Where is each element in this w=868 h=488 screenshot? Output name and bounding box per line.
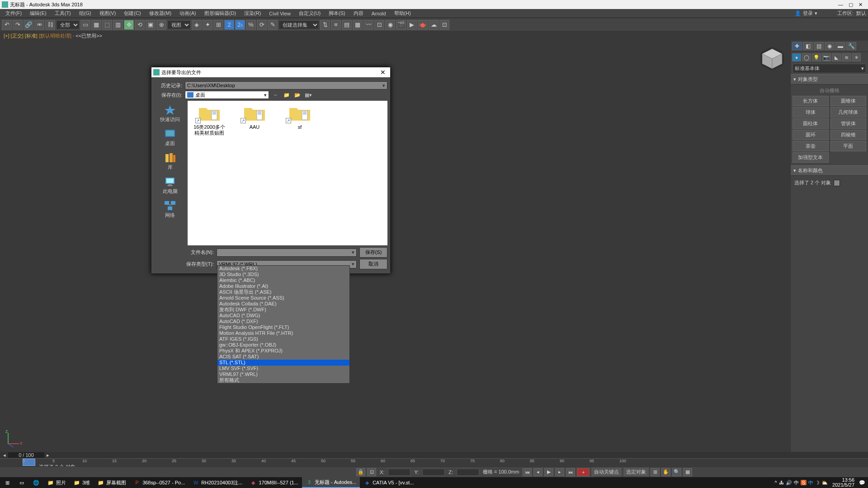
folder-item-1[interactable]: ↗ AAU: [236, 104, 273, 130]
tray-ime-icon[interactable]: 中: [794, 479, 799, 486]
filetype-option[interactable]: 所有格式: [217, 377, 349, 383]
bind-button[interactable]: ⛓: [45, 20, 55, 30]
filetype-option[interactable]: STL (*.STL): [217, 360, 349, 366]
viewmenu-button[interactable]: ▦▾: [304, 91, 312, 99]
filetype-option[interactable]: Motion Analysis HTR File (*.HTR): [217, 330, 349, 336]
back-button[interactable]: ←: [272, 91, 280, 99]
viewcube[interactable]: [759, 45, 786, 72]
task-item-3dsmax[interactable]: 3无标题 - Autodes...: [302, 477, 360, 488]
menu-content[interactable]: 内容: [350, 9, 367, 18]
plane-button[interactable]: 平面: [830, 141, 867, 151]
minimize-button[interactable]: —: [838, 2, 843, 8]
viewport[interactable]: zx: [0, 41, 790, 452]
manipulate-button[interactable]: ✦: [203, 20, 212, 30]
filetype-option[interactable]: 发布到 DWF (*.DWF): [217, 307, 349, 313]
filetype-option[interactable]: Autodesk (*.FBX): [217, 266, 349, 272]
viewport-nav-4[interactable]: ▦: [683, 468, 692, 476]
set-key-button[interactable]: +: [577, 468, 590, 476]
open-a360-button[interactable]: ⊡: [439, 20, 449, 30]
scale-button[interactable]: ▣: [146, 20, 156, 30]
folder-item-2[interactable]: ↗ sf: [282, 104, 318, 130]
cylinder-button[interactable]: 圆柱体: [793, 118, 829, 129]
link-button[interactable]: 🔗: [24, 20, 33, 30]
move-button[interactable]: ✥: [124, 20, 134, 30]
task-item-photos[interactable]: 📁照片: [43, 477, 70, 488]
ref-coord-system[interactable]: 视图: [167, 20, 191, 29]
menu-file[interactable]: 文件(F): [2, 9, 25, 18]
place-libraries[interactable]: 库: [155, 150, 185, 174]
placement-button[interactable]: ⊕: [156, 20, 166, 30]
filetype-option[interactable]: AutoCAD (*.DXF): [217, 319, 349, 324]
newfolder-button[interactable]: 📂: [293, 91, 302, 99]
z-input[interactable]: [457, 469, 479, 476]
viewport-label[interactable]: [+] [正交] [标准] [默认明暗处理] · <<已禁用>>: [0, 32, 868, 40]
place-thispc[interactable]: 此电脑: [155, 174, 185, 197]
tray-network-icon[interactable]: 🖧: [779, 480, 784, 485]
edit-named-sel-button[interactable]: ✎: [268, 20, 278, 30]
hierarchy-tab[interactable]: ▤: [814, 42, 824, 50]
menu-customize[interactable]: 自定义(U): [295, 9, 324, 18]
create-tab[interactable]: ✚: [792, 42, 802, 50]
filetype-option[interactable]: Autodesk Collada (*.DAE): [217, 301, 349, 307]
y-input[interactable]: [422, 469, 445, 476]
curve-editor-button[interactable]: 〰: [363, 20, 373, 30]
menu-create[interactable]: 创建(C): [120, 9, 144, 18]
render-frame-button[interactable]: ▶: [407, 20, 417, 30]
rollout-name-color[interactable]: ▾名称和颜色: [791, 165, 868, 176]
rect-select-button[interactable]: ⬚: [102, 20, 112, 30]
spinner-snap-button[interactable]: ⟳: [257, 20, 267, 30]
up-button[interactable]: 📁: [283, 91, 291, 99]
start-button[interactable]: ⊞: [0, 477, 14, 488]
menu-edit[interactable]: 编辑(E): [26, 9, 50, 18]
autogrid-checkbox[interactable]: 自动栅格: [793, 86, 866, 95]
task-item-screenshots[interactable]: 📁屏幕截图: [94, 477, 130, 488]
helpers-icon[interactable]: ◣: [832, 53, 841, 61]
render-online-button[interactable]: ☁: [429, 20, 439, 30]
menu-modifiers[interactable]: 修改器(M): [146, 9, 175, 18]
login-button[interactable]: 👤 登录 ▾: [795, 10, 817, 17]
folder-item-0[interactable]: ↗ 16类2000多个精美材质贴图: [191, 104, 227, 136]
rollout-object-type[interactable]: ▾对象类型: [791, 74, 868, 84]
goto-start-button[interactable]: ⏮: [523, 468, 532, 476]
teapot-button[interactable]: 茶壶: [793, 141, 829, 151]
x-input[interactable]: [388, 469, 410, 476]
filetype-option[interactable]: Flight Studio OpenFlight (*.FLT): [217, 324, 349, 330]
viewport-nav-1[interactable]: ⊞: [651, 468, 660, 476]
filetype-option[interactable]: gw::OBJ-Exporter (*.OBJ): [217, 342, 349, 348]
pivot-button[interactable]: ◈: [192, 20, 202, 30]
spacewarps-icon[interactable]: ≋: [842, 53, 851, 61]
geosphere-button[interactable]: 几何球体: [830, 107, 867, 117]
autokey-button[interactable]: 自动关键点: [591, 468, 622, 476]
named-sel-set[interactable]: 创建选择集: [278, 20, 319, 29]
task-item-catia1[interactable]: ◆170M8II--527 (1...: [246, 477, 302, 488]
geometry-icon[interactable]: ●: [792, 53, 801, 61]
keyboard-shortcut-button[interactable]: ⊞: [213, 20, 223, 30]
place-quickaccess[interactable]: 快速访问: [155, 102, 185, 126]
tray-notifications-icon[interactable]: 💬: [859, 480, 865, 486]
systems-icon[interactable]: ✳: [852, 53, 861, 61]
box-button[interactable]: 长方体: [793, 96, 829, 106]
tube-button[interactable]: 管状体: [830, 118, 867, 129]
play-button[interactable]: ▶: [544, 468, 553, 476]
select-button[interactable]: ▭: [80, 20, 90, 30]
rotate-button[interactable]: ⟲: [135, 20, 145, 30]
mirror-button[interactable]: ⇅: [320, 20, 330, 30]
file-list[interactable]: ↗ 16类2000多个精美材质贴图 ↗ AAU ↗ sf: [188, 101, 387, 245]
filetype-option[interactable]: ACIS SAT (*.SAT): [217, 354, 349, 360]
menu-help[interactable]: 帮助(H): [391, 9, 415, 18]
textplus-button[interactable]: 加强型文本: [793, 152, 829, 163]
filetype-option[interactable]: ATF IGES (*.IGS): [217, 336, 349, 342]
task-item-browser[interactable]: 🌐: [29, 477, 43, 488]
place-desktop[interactable]: 桌面: [155, 126, 185, 150]
angle-snap-button[interactable]: %: [246, 20, 256, 30]
unlink-button[interactable]: ⚮: [34, 20, 44, 30]
menu-arnold[interactable]: Arnold: [368, 10, 390, 17]
select-name-button[interactable]: ▦: [91, 20, 101, 30]
task-item-ppt[interactable]: P368sp--0527 - Po...: [130, 477, 189, 488]
pyramid-button[interactable]: 四棱锥: [830, 130, 867, 140]
selection-filter[interactable]: 全部: [56, 20, 80, 29]
modify-tab[interactable]: ◧: [803, 42, 813, 50]
tray-date[interactable]: 2021/5/27: [832, 483, 854, 488]
display-tab[interactable]: ▬: [835, 42, 845, 50]
redo-button[interactable]: ↷: [13, 20, 23, 30]
